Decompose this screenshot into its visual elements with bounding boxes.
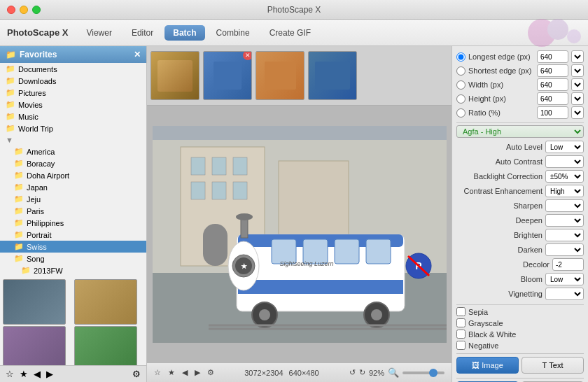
sidebar-thumb-3[interactable] bbox=[3, 326, 66, 365]
profile-select[interactable]: Agfa - High bbox=[456, 125, 584, 138]
sidebar-item-portrait[interactable]: 📁 Portrait bbox=[0, 229, 146, 241]
nav-viewer[interactable]: Viewer bbox=[78, 25, 120, 41]
darken-select[interactable]: Low Medium High bbox=[545, 243, 584, 256]
strip-thumb-2[interactable]: ✕ bbox=[203, 51, 252, 100]
brighten-select[interactable]: Low Medium High bbox=[545, 229, 584, 241]
star-icon[interactable]: ☆ bbox=[154, 368, 161, 377]
nav-bar: PhotoScape X Viewer Editor Batch Combine… bbox=[0, 20, 588, 46]
sidebar-item-music[interactable]: 📁 Music bbox=[0, 111, 146, 122]
strip-thumb-3[interactable] bbox=[255, 51, 304, 100]
negative-checkbox[interactable] bbox=[456, 341, 465, 350]
grayscale-checkbox[interactable] bbox=[456, 318, 465, 327]
auto-contrast-label: Auto Contrast bbox=[456, 157, 542, 166]
sidebar-item-boracay[interactable]: 📁 Boracay bbox=[0, 157, 146, 169]
auto-contrast-select[interactable]: Low Medium High bbox=[545, 155, 584, 168]
zoom-slider[interactable] bbox=[402, 372, 444, 374]
star-icon[interactable]: ☆ bbox=[6, 369, 14, 379]
sidebar-item-america[interactable]: 📁 America bbox=[0, 146, 146, 157]
auto-level-select[interactable]: Low Medium High bbox=[545, 141, 584, 153]
sepia-checkbox[interactable] bbox=[456, 307, 465, 316]
contrast-label: Contrast Enhancement bbox=[456, 187, 542, 195]
deepen-select[interactable]: Low Medium High bbox=[545, 214, 584, 227]
folder-icon: 📁 bbox=[6, 64, 15, 73]
shortest-edge-input[interactable] bbox=[537, 64, 568, 77]
radio-height: Height (px) ▼ bbox=[456, 92, 584, 105]
height-dropdown[interactable]: ▼ bbox=[571, 92, 584, 105]
image-button[interactable]: 🖼 Image bbox=[456, 357, 519, 374]
ratio-input[interactable] bbox=[537, 106, 568, 119]
decolor-input[interactable] bbox=[552, 258, 584, 271]
sidebar-item-swiss[interactable]: 📁 Swiss bbox=[0, 241, 146, 253]
rotate-right-icon[interactable]: ↻ bbox=[359, 368, 365, 377]
svg-rect-7 bbox=[191, 182, 205, 199]
sidebar-item-pictures[interactable]: 📁 Pictures bbox=[0, 87, 146, 99]
width-input[interactable] bbox=[537, 78, 568, 91]
sidebar-item-documents[interactable]: 📁 Documents bbox=[0, 63, 146, 75]
sidebar-thumb-2[interactable] bbox=[74, 279, 137, 325]
close-button[interactable] bbox=[7, 6, 15, 14]
star-filled-icon[interactable]: ★ bbox=[20, 369, 28, 379]
longest-edge-input[interactable] bbox=[537, 50, 568, 63]
zoom-out-icon[interactable]: 🔍 bbox=[388, 367, 399, 378]
sidebar-close-icon[interactable]: ✕ bbox=[134, 50, 141, 59]
sidebar-folder-icon: 📁 bbox=[6, 50, 16, 59]
text-button[interactable]: T Text bbox=[522, 357, 584, 374]
thumb-close-icon[interactable]: ✕ bbox=[243, 51, 252, 60]
longest-edge-dropdown[interactable]: ▼ bbox=[571, 50, 584, 63]
next-icon[interactable]: ▶ bbox=[46, 369, 53, 379]
nav-gif[interactable]: Create GIF bbox=[261, 25, 319, 41]
width-dropdown[interactable]: ▼ bbox=[571, 78, 584, 91]
height-input[interactable] bbox=[537, 92, 568, 105]
strip-thumb-1[interactable] bbox=[150, 51, 200, 100]
gear-icon[interactable]: ⚙ bbox=[207, 368, 214, 377]
sidebar-item-japan[interactable]: 📁 Japan bbox=[0, 181, 146, 193]
radio-shortest-edge-input[interactable] bbox=[456, 66, 465, 76]
sharpen-select[interactable]: Low Medium High bbox=[545, 199, 584, 212]
vignetting-select[interactable]: Low Medium High bbox=[545, 288, 584, 300]
sidebar-item-song[interactable]: 📁 Song bbox=[0, 253, 146, 264]
sidebar-item-doha[interactable]: 📁 Doha Airport bbox=[0, 169, 146, 181]
rotate-left-icon[interactable]: ↺ bbox=[349, 368, 356, 377]
minimize-button[interactable] bbox=[20, 6, 28, 14]
nav-editor[interactable]: Editor bbox=[123, 25, 162, 41]
maximize-button[interactable] bbox=[32, 6, 41, 14]
shortest-edge-dropdown[interactable]: ▼ bbox=[571, 64, 584, 77]
ratio-dropdown[interactable]: ▼ bbox=[571, 106, 584, 119]
next-arrow-icon[interactable]: ▶ bbox=[195, 368, 200, 377]
radio-ratio-input[interactable] bbox=[456, 108, 465, 118]
backlight-select[interactable]: ±50% ±25% ±75% bbox=[545, 170, 584, 183]
strip-thumb-4[interactable] bbox=[308, 51, 357, 100]
tree-label: World Trip bbox=[18, 125, 53, 133]
sidebar-item-paris[interactable]: 📁 Paris bbox=[0, 205, 146, 217]
tree-label: Song bbox=[27, 255, 45, 263]
radio-longest-edge-input[interactable] bbox=[456, 52, 465, 62]
radio-height-input[interactable] bbox=[456, 94, 465, 104]
sidebar-thumb-4[interactable] bbox=[74, 326, 137, 365]
sidebar-thumb-1[interactable] bbox=[3, 279, 66, 325]
sidebar-item-movies[interactable]: 📁 Movies bbox=[0, 99, 146, 111]
darken-row: Darken Low Medium High bbox=[456, 243, 584, 256]
status-center: 3072×2304 640×480 bbox=[244, 369, 319, 377]
contrast-row: Contrast Enhancement High Low Medium bbox=[456, 185, 584, 197]
svg-text:★: ★ bbox=[240, 262, 247, 270]
prev-icon[interactable]: ◀ bbox=[34, 369, 41, 379]
sidebar-item-worldtrip[interactable]: 📁 World Trip bbox=[0, 122, 146, 134]
sidebar-item-downloads[interactable]: 📁 Downloads bbox=[0, 75, 146, 87]
bw-checkbox[interactable] bbox=[456, 330, 465, 339]
sidebar-item-philippines[interactable]: 📁 Philippines bbox=[0, 217, 146, 229]
nav-combine[interactable]: Combine bbox=[208, 25, 258, 41]
bloom-select[interactable]: Low Medium High bbox=[545, 273, 584, 285]
decolor-row: Decolor bbox=[456, 258, 584, 271]
sidebar-item-2013fw[interactable]: 📁 2013FW bbox=[0, 264, 146, 276]
prev-arrow-icon[interactable]: ◀ bbox=[182, 368, 188, 377]
nav-batch[interactable]: Batch bbox=[164, 25, 204, 41]
star-icon-2[interactable]: ★ bbox=[168, 368, 175, 377]
svg-rect-8 bbox=[212, 182, 226, 199]
gear-icon[interactable]: ⚙ bbox=[132, 369, 141, 379]
folder-icon: 📁 bbox=[14, 254, 24, 263]
sidebar-tree[interactable]: 📁 Documents 📁 Downloads 📁 Pictures 📁 Mov… bbox=[0, 63, 146, 365]
folder-icon: 📁 bbox=[6, 112, 15, 121]
contrast-select[interactable]: High Low Medium bbox=[545, 185, 584, 197]
sidebar-item-jeju[interactable]: 📁 Jeju bbox=[0, 193, 146, 205]
radio-width-input[interactable] bbox=[456, 80, 465, 90]
